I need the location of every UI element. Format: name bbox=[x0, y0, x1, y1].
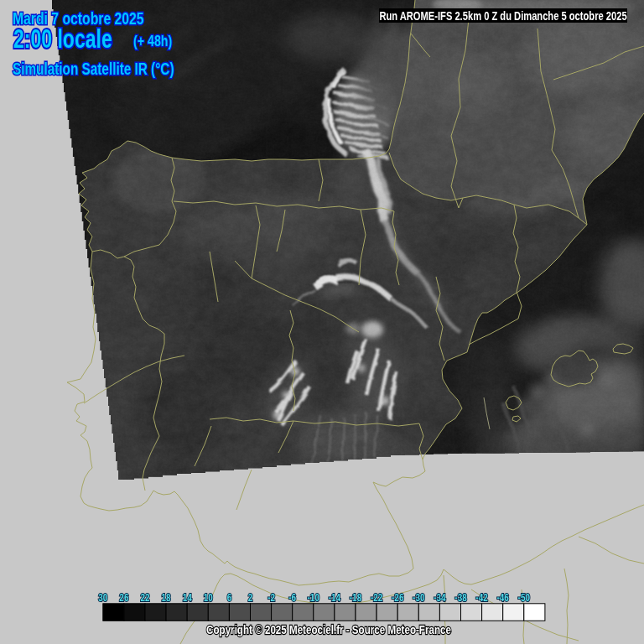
svg-text:30: 30 bbox=[98, 592, 107, 603]
svg-text:-30: -30 bbox=[413, 592, 424, 603]
svg-text:(+ 48h): (+ 48h) bbox=[133, 33, 172, 50]
svg-text:14: 14 bbox=[183, 592, 193, 603]
svg-text:-18: -18 bbox=[350, 592, 361, 603]
svg-text:10: 10 bbox=[204, 592, 213, 603]
svg-text:-22: -22 bbox=[371, 592, 382, 603]
svg-text:18: 18 bbox=[162, 592, 171, 603]
svg-text:-14: -14 bbox=[329, 592, 341, 603]
svg-text:Simulation Satellite IR (°C): Simulation Satellite IR (°C) bbox=[13, 59, 174, 79]
svg-text:26: 26 bbox=[119, 592, 128, 603]
svg-text:22: 22 bbox=[140, 592, 149, 603]
svg-text:Copyright © 2025 Meteociel.fr: Copyright © 2025 Meteociel.fr - Source M… bbox=[206, 623, 451, 637]
svg-text:-6: -6 bbox=[288, 592, 296, 603]
svg-text:-38: -38 bbox=[454, 592, 466, 603]
svg-text:2: 2 bbox=[248, 592, 253, 603]
svg-text:2:00 locale: 2:00 locale bbox=[13, 24, 112, 55]
svg-text:-42: -42 bbox=[475, 592, 487, 603]
svg-text:-2: -2 bbox=[267, 592, 275, 603]
svg-text:-10: -10 bbox=[308, 592, 319, 603]
svg-text:-50: -50 bbox=[518, 592, 530, 603]
svg-text:-26: -26 bbox=[392, 592, 403, 603]
svg-text:-46: -46 bbox=[496, 592, 508, 603]
svg-text:6: 6 bbox=[227, 592, 232, 603]
svg-text:-34: -34 bbox=[434, 592, 446, 603]
svg-text:Run AROME-IFS 2.5km 0 Z du Dim: Run AROME-IFS 2.5km 0 Z du Dimanche 5 oc… bbox=[379, 8, 627, 23]
